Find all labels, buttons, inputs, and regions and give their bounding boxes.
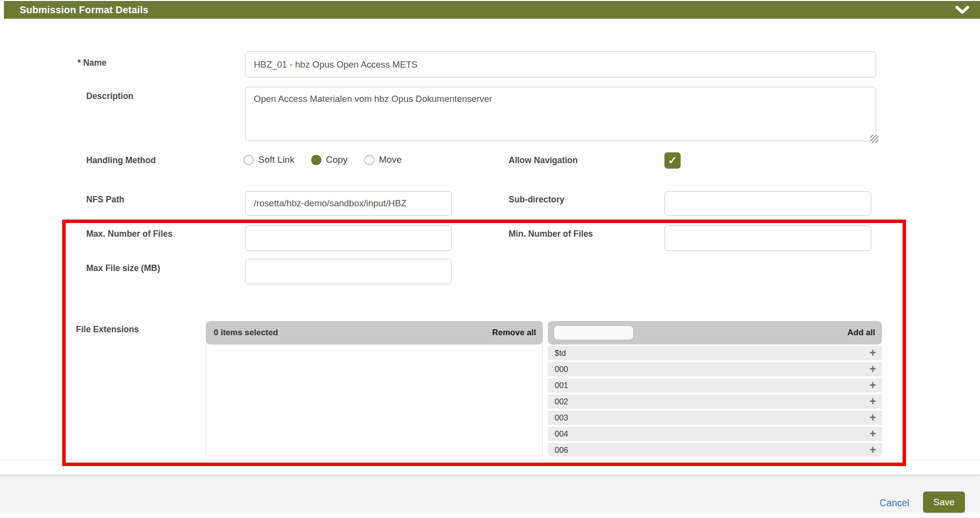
list-item[interactable]: 002 +: [548, 395, 882, 409]
add-item-icon[interactable]: +: [870, 346, 876, 360]
add-item-icon[interactable]: +: [870, 411, 876, 424]
submission-format-page: Submission Format Details * Name Descrip…: [0, 0, 980, 518]
list-item[interactable]: 001 +: [548, 378, 882, 393]
extension-value: 000: [555, 362, 568, 376]
selected-extensions-panel: 0 items selected Remove all: [206, 321, 543, 456]
radio-circle-icon[interactable]: [244, 155, 254, 165]
extension-value: 004: [555, 427, 568, 441]
add-item-icon[interactable]: +: [870, 362, 876, 376]
resize-grip-icon[interactable]: [870, 135, 879, 143]
selected-extensions-header: 0 items selected Remove all: [206, 321, 543, 345]
radio-label: Move: [379, 154, 401, 165]
remove-all-button[interactable]: Remove all: [492, 328, 536, 338]
list-item[interactable]: 004 +: [548, 427, 882, 441]
max-files-input[interactable]: [245, 225, 452, 251]
cancel-button[interactable]: Cancel: [880, 497, 909, 509]
radio-circle-selected-icon[interactable]: [311, 155, 321, 165]
handling-method-label: Handling Method: [86, 155, 156, 166]
selected-extensions-list[interactable]: [206, 345, 543, 456]
file-extensions-label: File Extensions: [76, 324, 139, 335]
nfs-path-input[interactable]: [245, 191, 452, 216]
description-label: Description: [86, 91, 133, 101]
max-file-size-input[interactable]: [245, 259, 452, 284]
chevron-down-icon[interactable]: [956, 6, 969, 15]
min-files-input[interactable]: [664, 225, 871, 251]
add-all-button[interactable]: Add all: [847, 328, 875, 338]
add-item-icon[interactable]: +: [870, 427, 876, 441]
required-marker: *: [77, 58, 81, 68]
extension-value: 003: [555, 411, 568, 425]
list-item[interactable]: 006 +: [548, 443, 882, 457]
available-extensions-panel: Add all $td + 000 + 001 + 002 + 003 +: [548, 321, 882, 459]
add-item-icon[interactable]: +: [870, 395, 876, 408]
nfs-path-label: NFS Path: [86, 195, 124, 205]
available-extensions-list: $td + 000 + 001 + 002 + 003 + 004 +: [548, 346, 882, 457]
handling-method-radio-group: Soft Link Copy Move: [244, 154, 402, 165]
max-files-label: Max. Number of Files: [86, 229, 172, 239]
add-item-icon[interactable]: +: [870, 378, 876, 392]
allow-navigation-label: Allow Navigation: [509, 155, 578, 166]
checkmark-icon: ✓: [668, 155, 677, 166]
name-label-text: Name: [83, 58, 107, 68]
extension-search-input[interactable]: [554, 325, 634, 340]
radio-soft-link[interactable]: Soft Link: [244, 154, 294, 165]
radio-label: Soft Link: [258, 154, 294, 165]
add-item-icon[interactable]: +: [870, 443, 876, 457]
description-textarea[interactable]: Open Access Materialen vom hbz Opus Doku…: [245, 87, 876, 141]
footer-bar: [0, 474, 980, 513]
selected-count-status: 0 items selected: [214, 328, 278, 338]
name-input[interactable]: [245, 51, 876, 77]
list-item[interactable]: $td +: [548, 346, 882, 360]
header-divider: [4, 19, 980, 19]
save-button[interactable]: Save: [923, 492, 965, 513]
radio-circle-icon[interactable]: [364, 155, 374, 165]
sub-directory-label: Sub-directory: [509, 195, 564, 205]
list-item[interactable]: 000 +: [548, 362, 882, 376]
panel-header: Submission Format Details: [4, 1, 980, 19]
max-file-size-label: Max File size (MB): [86, 263, 160, 273]
list-item[interactable]: 003 +: [548, 411, 882, 425]
radio-move[interactable]: Move: [364, 154, 401, 165]
extension-value: $td: [555, 346, 566, 360]
name-label: * Name: [77, 58, 106, 68]
radio-copy[interactable]: Copy: [311, 154, 347, 165]
extension-value: 006: [555, 443, 568, 457]
content-divider: [0, 460, 980, 460]
allow-navigation-checkbox[interactable]: ✓: [664, 152, 681, 169]
extension-value: 001: [555, 378, 568, 393]
radio-label: Copy: [326, 154, 347, 165]
available-extensions-header: Add all: [548, 321, 882, 345]
sub-directory-input[interactable]: [664, 191, 871, 216]
page-title: Submission Format Details: [20, 4, 148, 16]
min-files-label: Min. Number of Files: [509, 229, 593, 239]
extension-value: 002: [555, 395, 568, 409]
